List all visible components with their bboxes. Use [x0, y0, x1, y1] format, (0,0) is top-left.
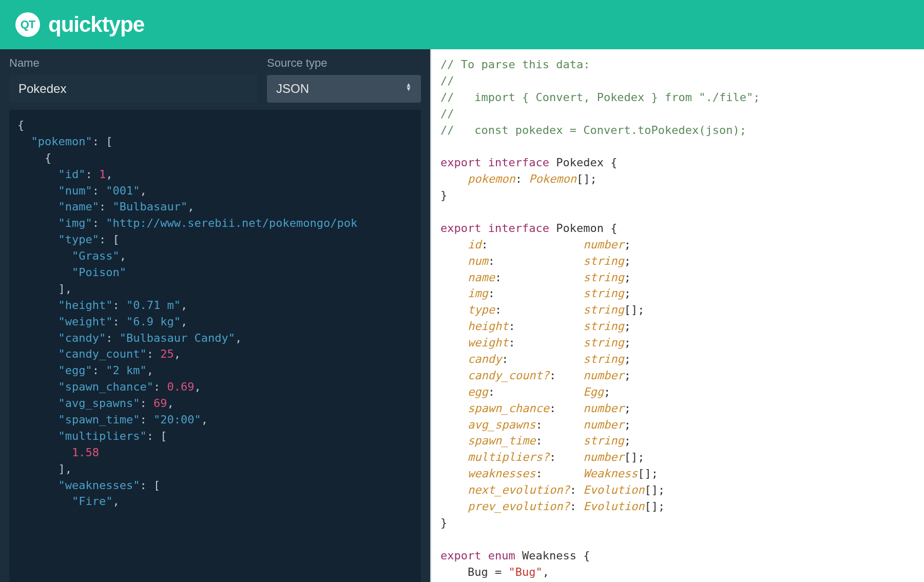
input-pane: Name Source type JSON ▲▼ { "pokemon": [ … [0, 49, 430, 582]
brand-name: quicktype [48, 12, 144, 37]
input-controls: Name Source type JSON ▲▼ [9, 56, 421, 103]
main-area: Name Source type JSON ▲▼ { "pokemon": [ … [0, 49, 924, 582]
output-pane[interactable]: // To parse this data: // // import { Co… [430, 49, 924, 582]
source-type-control: Source type JSON ▲▼ [267, 56, 421, 103]
name-control: Name [9, 56, 258, 103]
name-input[interactable] [9, 75, 258, 103]
select-arrows-icon: ▲▼ [406, 85, 412, 93]
name-label: Name [9, 56, 258, 70]
source-type-select[interactable]: JSON ▲▼ [267, 75, 421, 103]
logo-badge-icon: QT [15, 12, 40, 37]
source-type-value: JSON [276, 82, 309, 96]
app-header: QT quicktype [0, 0, 924, 49]
source-type-label: Source type [267, 56, 421, 70]
json-editor[interactable]: { "pokemon": [ { "id": 1, "num": "001", … [9, 110, 421, 582]
